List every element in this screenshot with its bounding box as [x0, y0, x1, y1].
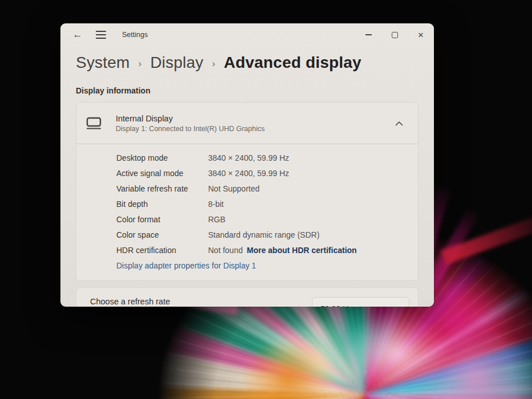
- table-row: HDR certification Not foundMore about HD…: [116, 242, 408, 258]
- row-label: Color space: [116, 230, 208, 239]
- row-value: 3840 × 2400, 59.99 Hz: [208, 169, 408, 178]
- display-information-card: Internal Display Display 1: Connected to…: [76, 102, 419, 281]
- breadcrumb-system[interactable]: System: [76, 54, 130, 72]
- refresh-rate-label: Choose a refresh rate: [90, 297, 170, 306]
- display-card-subtitle: Display 1: Connected to Intel(R) UHD Gra…: [116, 125, 265, 133]
- row-value: 3840 × 2400, 59.99 Hz: [208, 153, 408, 162]
- row-label: Desktop mode: [116, 153, 208, 162]
- row-value: Not foundMore about HDR certification: [208, 246, 408, 255]
- row-value: RGB: [208, 215, 408, 224]
- row-value: Standard dynamic range (SDR): [208, 230, 408, 239]
- page-title: Advanced display: [224, 54, 362, 72]
- chevron-right-icon: ›: [139, 58, 142, 70]
- hdr-status: Not found: [208, 246, 243, 255]
- chevron-right-icon: ›: [212, 58, 216, 70]
- minimize-button[interactable]: [355, 23, 381, 46]
- close-icon: ✕: [418, 31, 424, 39]
- display-card-title: Internal Display: [116, 114, 265, 123]
- titlebar: ← Settings ✕: [60, 23, 434, 46]
- display-adapter-properties-link[interactable]: Display adapter properties for Display 1: [116, 258, 408, 273]
- display-expander-header[interactable]: Internal Display Display 1: Connected to…: [76, 103, 418, 144]
- table-row: Color space Standard dynamic range (SDR): [116, 227, 408, 242]
- minimize-icon: [366, 34, 372, 35]
- row-label: Variable refresh rate: [116, 184, 208, 193]
- hamburger-icon: [96, 31, 106, 32]
- section-title: Display information: [76, 86, 419, 95]
- breadcrumb-display[interactable]: Display: [150, 54, 203, 72]
- monitor-icon: [86, 117, 101, 129]
- refresh-rate-card: Choose a refresh rate 59.99 Hz: [76, 287, 419, 307]
- row-value: 8-bit: [208, 199, 408, 209]
- row-label: Bit depth: [116, 199, 208, 209]
- app-title: Settings: [122, 31, 148, 39]
- maximize-icon: [392, 32, 398, 38]
- hdr-more-link[interactable]: More about HDR certification: [247, 246, 357, 255]
- row-value: Not Supported: [208, 184, 408, 193]
- close-button[interactable]: ✕: [408, 23, 434, 46]
- refresh-rate-value: 59.99 Hz: [320, 304, 352, 307]
- table-row: Active signal mode 3840 × 2400, 59.99 Hz: [116, 165, 408, 181]
- settings-window: ← Settings ✕ System › Display › Advanced…: [60, 23, 434, 307]
- row-label: Active signal mode: [116, 169, 208, 178]
- table-row: Desktop mode 3840 × 2400, 59.99 Hz: [116, 150, 408, 165]
- back-button[interactable]: ←: [70, 26, 86, 43]
- breadcrumb: System › Display › Advanced display: [76, 54, 419, 72]
- window-controls: ✕: [355, 23, 434, 46]
- back-arrow-icon: ←: [73, 29, 83, 40]
- table-row: Color format RGB: [116, 211, 408, 227]
- display-details: Desktop mode 3840 × 2400, 59.99 Hz Activ…: [76, 144, 418, 280]
- table-row: Bit depth 8-bit: [116, 196, 408, 211]
- maximize-button[interactable]: [381, 23, 408, 46]
- row-label: Color format: [116, 215, 208, 224]
- refresh-rate-dropdown[interactable]: 59.99 Hz: [312, 297, 409, 307]
- table-row: Variable refresh rate Not Supported: [116, 181, 408, 196]
- chevron-up-icon: [395, 121, 403, 126]
- row-label: HDR certification: [116, 246, 208, 255]
- navigation-menu-button[interactable]: [92, 26, 109, 43]
